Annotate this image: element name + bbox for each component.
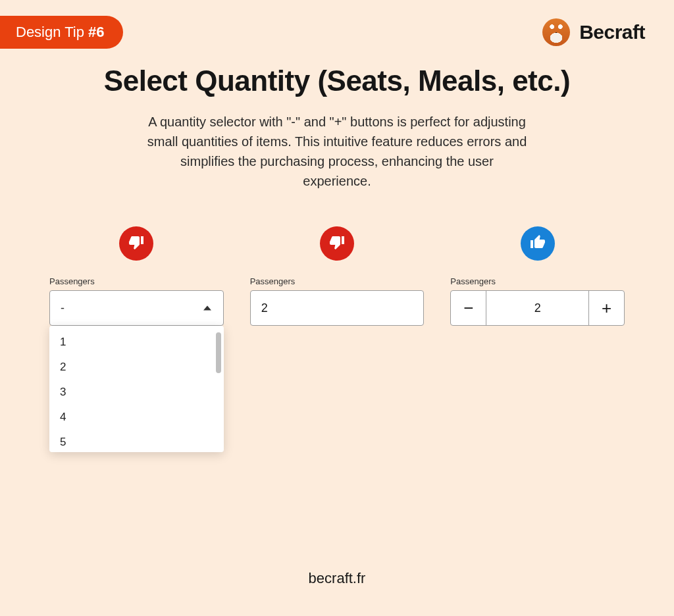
thumbs-down-icon	[329, 234, 345, 253]
dropdown-option[interactable]: 4	[49, 405, 224, 430]
footer-url: becraft.fr	[0, 570, 674, 587]
quantity-stepper: − 2 +	[450, 290, 625, 326]
dropdown-option[interactable]: 2	[49, 355, 224, 380]
fox-avatar-icon	[542, 18, 570, 46]
dropdown-option[interactable]: 5	[49, 430, 224, 452]
page-title: Select Quantity (Seats, Meals, etc.)	[0, 64, 674, 97]
caret-up-icon	[203, 306, 211, 311]
badge-prefix: Design Tip	[16, 24, 88, 40]
passenger-dropdown[interactable]: -	[49, 290, 224, 326]
plus-icon: +	[602, 298, 611, 319]
stepper-value: 2	[486, 291, 588, 325]
minus-icon: −	[463, 298, 473, 319]
thumbs-up-icon	[530, 234, 546, 253]
stepper-minus-button[interactable]: −	[451, 291, 486, 325]
examples-row: Passengers - 1 2 3 4 5	[0, 226, 674, 326]
text-input-label: Passengers	[250, 276, 425, 286]
brand: Becraft	[542, 18, 645, 46]
stepper-label: Passengers	[450, 276, 625, 286]
passenger-text-input[interactable]: 2	[250, 290, 425, 326]
design-tip-badge: Design Tip #6	[0, 16, 123, 49]
dropdown-menu: 1 2 3 4 5	[49, 326, 224, 452]
thumbs-down-badge	[320, 226, 354, 261]
dropdown-option[interactable]: 3	[49, 380, 224, 405]
thumbs-down-icon	[128, 234, 144, 253]
example-stepper: Passengers − 2 +	[450, 226, 625, 326]
example-text-input: Passengers 2	[250, 226, 425, 326]
dropdown-wrapper: - 1 2 3 4 5	[49, 290, 224, 326]
brand-name: Becraft	[579, 21, 645, 43]
dropdown-value: -	[61, 301, 65, 315]
thumbs-up-badge	[521, 226, 555, 261]
page-description: A quantity selector with "-" and "+" but…	[146, 112, 528, 191]
text-input-value: 2	[261, 301, 268, 315]
stepper-plus-button[interactable]: +	[588, 291, 624, 325]
badge-number: #6	[88, 24, 104, 40]
scrollbar[interactable]	[216, 332, 221, 373]
example-dropdown: Passengers - 1 2 3 4 5	[49, 226, 224, 326]
thumbs-down-badge	[119, 226, 153, 261]
dropdown-label: Passengers	[49, 276, 224, 286]
dropdown-option[interactable]: 1	[49, 330, 224, 355]
